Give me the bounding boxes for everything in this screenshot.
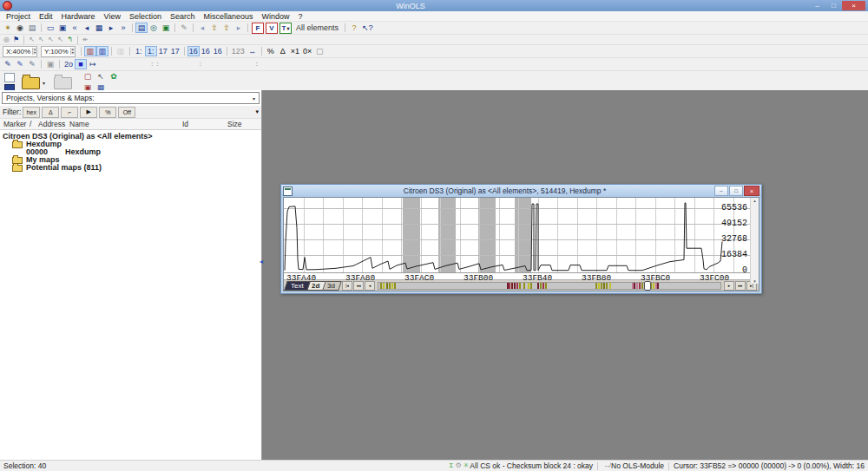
functions-mode-button[interactable]: F — [252, 23, 264, 34]
bytes-17-icon[interactable]: 17 — [157, 46, 169, 56]
brush-3-icon[interactable]: ✎ — [26, 59, 38, 69]
zoom-x-control-spinner[interactable]: ▴▾ — [32, 48, 36, 55]
potential-maps-folder-item[interactable]: Potential maps (811) — [0, 164, 261, 172]
cursor-arrow-4-icon[interactable]: ↖ — [56, 36, 65, 43]
width-16c-icon[interactable]: 16 — [212, 46, 224, 56]
first-element-icon[interactable]: « — [69, 23, 81, 33]
bytes-1b-icon[interactable]: 1: — [145, 46, 157, 56]
width-123-icon[interactable]: 123 — [230, 46, 247, 56]
factor-display-icon[interactable]: ×1 — [289, 46, 301, 56]
magic-wand-icon[interactable]: ✶ — [2, 23, 14, 33]
grid-view-icon[interactable]: ▦ — [93, 23, 105, 33]
filter-hex-button[interactable]: hex — [23, 107, 40, 118]
filter-dropdown-icon[interactable]: ▾ — [255, 108, 259, 115]
percent-display-icon[interactable]: % — [265, 46, 277, 56]
scroll-down-icon[interactable]: ▾ — [753, 278, 756, 284]
menu-item-miscellaneous[interactable]: Miscellaneous — [199, 11, 257, 21]
open-dropdown-icon[interactable]: ▾ — [43, 80, 45, 86]
pencil-icon[interactable]: ✎ — [178, 23, 190, 33]
column-header-[interactable]: / — [30, 120, 31, 128]
width-fit-icon[interactable]: ↔ — [247, 46, 259, 56]
minimize-button[interactable]: – — [809, 1, 825, 10]
filter-percent-button[interactable]: % — [99, 107, 116, 118]
menu-item-hardware[interactable]: Hardware — [57, 11, 100, 21]
text-mode-button[interactable]: T▾ — [279, 23, 292, 34]
bookmark-icon[interactable]: ⚑ — [11, 36, 21, 43]
fit-cursor-icon[interactable]: ↦ — [87, 59, 99, 69]
scroll-up-icon[interactable]: ▴ — [753, 198, 756, 203]
wand-selection-icon[interactable]: ↖ — [95, 72, 107, 82]
zoom-window-icon[interactable]: ◎ — [148, 23, 160, 33]
panel-view-select[interactable]: Projects, Versions & Maps: ▾ — [2, 92, 260, 104]
export-hex-icon[interactable]: ⇧ — [208, 23, 220, 33]
column-header-name[interactable]: Name — [69, 120, 89, 128]
filter-off-button[interactable]: Off — [118, 107, 135, 118]
print-icon[interactable]: ▤ — [26, 23, 38, 33]
element-filter-select[interactable]: All elements — [293, 23, 342, 32]
context-help-icon[interactable]: ↖? — [360, 23, 375, 33]
width-16-icon[interactable]: 16 — [187, 46, 200, 56]
address-minimap[interactable] — [378, 282, 721, 290]
child-minimize-button[interactable]: – — [714, 186, 728, 196]
camera-icon[interactable]: ◉ — [14, 23, 26, 33]
2d-mode-icon[interactable]: 2o — [62, 59, 75, 69]
child-restore-button[interactable]: □ — [729, 186, 743, 196]
brush-1-icon[interactable]: ✎ — [2, 59, 14, 69]
filter-corner-button[interactable]: ⌐ — [61, 107, 78, 118]
jump-back-icon[interactable]: ↞ — [81, 36, 90, 43]
zoom-y-control[interactable]: Y:100%▴▾ — [41, 46, 76, 57]
window-icon[interactable]: ▭ — [44, 23, 56, 33]
splitter-collapse-arrow[interactable]: ◂ — [260, 258, 263, 265]
hexdump-2d-chart[interactable]: 655364915232768163840 — [284, 198, 750, 273]
close-button[interactable]: × — [842, 1, 865, 10]
menu-item-search[interactable]: Search — [166, 11, 200, 21]
text-mode-button-dropdown-icon[interactable]: ▾ — [286, 25, 289, 31]
brush-2-icon[interactable]: ✎ — [14, 59, 26, 69]
child-close-button[interactable]: × — [744, 186, 760, 196]
cursor-arrow-green-icon[interactable]: ↰ — [65, 36, 75, 43]
bytes-1-icon[interactable]: 1: — [133, 46, 145, 56]
cursor-arrow-3-icon[interactable]: ↖ — [46, 36, 56, 43]
child-title-bar[interactable]: Citroen DS3 (Original) as <All elements>… — [281, 185, 761, 197]
width-16b-icon[interactable]: 16 — [200, 46, 212, 56]
bytes-17b-icon[interactable]: 17 — [169, 46, 181, 56]
menu-item-edit[interactable]: Edit — [35, 11, 57, 21]
cascade-windows-icon[interactable]: ▣ — [56, 23, 69, 33]
delta-display-icon[interactable]: Δ — [277, 46, 289, 56]
filter-delta-button[interactable]: Δ — [42, 107, 59, 118]
cursor-arrow-2-icon[interactable]: ↖ — [36, 36, 46, 43]
last-element-icon[interactable]: » — [117, 23, 129, 33]
import-hex-icon[interactable]: ⇧ — [220, 23, 233, 33]
zoom-y-control-spinner[interactable]: ▴▾ — [70, 48, 75, 55]
crop-selection-icon[interactable]: ▢ — [82, 72, 94, 82]
menu-item-selection[interactable]: Selection — [125, 11, 166, 21]
columns-blue-icon[interactable]: ▥ — [96, 46, 108, 56]
dashed-box-icon[interactable]: ▢ — [313, 46, 326, 56]
menu-item-help[interactable]: ? — [294, 11, 307, 21]
nav-right-1-button[interactable]: ▸▸ — [735, 281, 746, 291]
new-project-icon[interactable] — [4, 73, 15, 82]
menu-item-window[interactable]: Window — [258, 11, 294, 21]
column-header-marker[interactable]: Marker — [3, 120, 26, 128]
column-header-size[interactable]: Size — [227, 120, 242, 128]
help-icon[interactable]: ? — [348, 23, 360, 33]
eye-icon[interactable]: ◎ — [2, 36, 11, 43]
menu-item-view[interactable]: View — [100, 11, 125, 21]
vertical-scrollbar[interactable]: ▴ ▾ — [750, 198, 759, 284]
filter-flag-button[interactable]: ▶ — [80, 107, 97, 118]
zoom-x-control[interactable]: X:400%▴▾ — [3, 46, 37, 57]
list-view-icon[interactable]: ▤ — [135, 23, 148, 33]
next-element-icon[interactable]: ▸ — [105, 23, 117, 33]
tab-text[interactable]: Text — [284, 281, 310, 291]
cursor-arrow-1-icon[interactable]: ↖ — [27, 36, 36, 43]
column-header-address[interactable]: Address — [38, 120, 65, 128]
hex-display-icon[interactable]: 0× — [301, 46, 313, 56]
values-mode-button[interactable]: V — [266, 23, 278, 34]
maximize-button[interactable]: □ — [825, 1, 842, 10]
column-header-id[interactable]: Id — [182, 120, 188, 128]
menu-item-project[interactable]: Project — [2, 11, 35, 21]
ghost-window-icon[interactable]: ▣ — [44, 59, 56, 69]
flower-icon[interactable]: ✿ — [108, 72, 120, 82]
columns-red-icon[interactable]: ▥ — [84, 46, 96, 56]
minimap-handle[interactable] — [644, 281, 651, 291]
